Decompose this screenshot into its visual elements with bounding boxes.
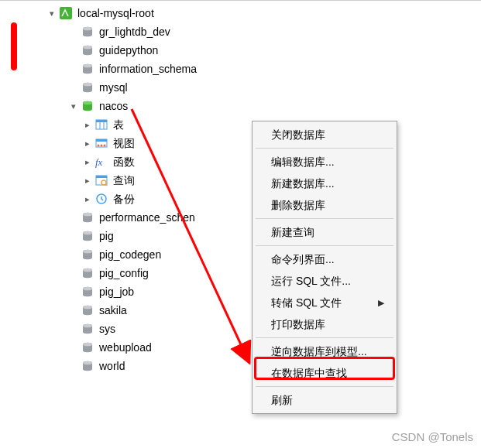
menu-cmd-line[interactable]: 命令列界面...: [254, 248, 395, 270]
database-icon: [81, 229, 94, 243]
db-label: gr_lightdb_dev: [99, 22, 170, 41]
tables-label: 表: [113, 115, 124, 134]
menu-run-sql[interactable]: 运行 SQL 文件...: [254, 270, 395, 292]
menu-label: 新建查询: [271, 224, 314, 240]
menu-delete-db[interactable]: 删除数据库: [254, 194, 395, 216]
menu-label: 逆向数据库到模型...: [271, 344, 367, 359]
db-node[interactable]: gr_lightdb_dev: [46, 22, 481, 41]
svg-point-41: [83, 343, 92, 347]
menu-new-query[interactable]: 新建查询: [254, 221, 395, 243]
svg-point-17: [98, 145, 100, 147]
svg-point-10: [83, 101, 92, 105]
backup-icon: [94, 192, 108, 206]
chevron-down-icon[interactable]: ▾: [46, 4, 57, 22]
menu-close-db[interactable]: 关闭数据库: [254, 124, 395, 145]
database-icon: [81, 266, 94, 280]
database-icon: [81, 210, 94, 224]
chevron-right-icon[interactable]: ▸: [82, 190, 93, 208]
menu-separator: [256, 148, 393, 149]
db-label: pig: [99, 227, 114, 245]
db-label: performance_schen: [99, 208, 195, 227]
connection-node[interactable]: ▾ local-mysql-root: [46, 4, 481, 22]
svg-point-8: [83, 83, 92, 87]
database-icon: [81, 25, 94, 39]
db-node[interactable]: guidepython: [46, 41, 481, 60]
functions-label: 函数: [113, 152, 135, 171]
context-menu: 关闭数据库 编辑数据库... 新建数据库... 删除数据库 新建查询 命令列界面…: [252, 121, 397, 414]
database-icon: [81, 248, 94, 262]
menu-label: 刷新: [271, 392, 293, 408]
menu-separator: [256, 245, 393, 246]
menu-label: 关闭数据库: [271, 127, 325, 142]
table-icon: [94, 118, 108, 132]
menu-label: 转储 SQL 文件: [271, 295, 342, 310]
menu-print-db[interactable]: 打印数据库: [254, 313, 395, 335]
menu-label: 删除数据库: [271, 197, 325, 213]
chevron-right-icon[interactable]: ▸: [82, 134, 93, 152]
svg-point-43: [83, 361, 92, 365]
database-active-icon: [81, 99, 94, 113]
db-label: guidepython: [99, 41, 158, 60]
svg-rect-0: [60, 7, 72, 19]
svg-point-37: [83, 306, 92, 309]
menu-label: 运行 SQL 文件...: [271, 273, 351, 289]
annotation-red-bar: [11, 22, 17, 70]
chevron-right-icon[interactable]: ▸: [82, 115, 93, 134]
db-label: pig_job: [99, 282, 134, 301]
database-icon: [81, 80, 94, 94]
svg-rect-22: [96, 176, 107, 178]
db-label: webupload: [99, 338, 152, 357]
menu-separator: [256, 218, 393, 219]
db-label: pig_config: [99, 264, 149, 282]
submenu-arrow-icon: ▶: [378, 295, 384, 310]
db-label: pig_codegen: [99, 245, 161, 264]
svg-point-39: [83, 324, 92, 328]
menu-label: 编辑数据库...: [271, 154, 335, 169]
db-node[interactable]: information_schema: [46, 60, 481, 78]
db-node[interactable]: mysql: [46, 78, 481, 97]
menu-separator: [256, 386, 393, 387]
views-label: 视图: [113, 134, 135, 152]
svg-point-18: [101, 145, 103, 147]
view-icon: [94, 136, 108, 150]
connection-icon: [59, 6, 73, 20]
backups-label: 备份: [113, 190, 135, 208]
function-icon: fx: [94, 155, 108, 169]
menu-label: 新建数据库...: [271, 176, 335, 191]
svg-rect-16: [96, 139, 107, 142]
svg-point-2: [83, 27, 92, 31]
menu-new-db[interactable]: 新建数据库...: [254, 173, 395, 194]
database-icon: [81, 340, 94, 354]
chevron-down-icon[interactable]: ▾: [68, 97, 79, 115]
menu-edit-db[interactable]: 编辑数据库...: [254, 151, 395, 173]
query-icon: [94, 173, 108, 187]
menu-reverse-to-model[interactable]: 逆向数据库到模型...: [254, 340, 395, 362]
menu-find-in-db[interactable]: 在数据库中查找: [254, 362, 395, 384]
chevron-right-icon[interactable]: ▸: [82, 152, 93, 171]
menu-dump-sql[interactable]: 转储 SQL 文件▶: [254, 292, 395, 313]
db-label: sakila: [99, 301, 127, 320]
database-icon: [81, 359, 94, 373]
svg-point-35: [83, 287, 92, 291]
svg-point-19: [104, 145, 106, 147]
connection-label: local-mysql-root: [77, 4, 154, 22]
svg-point-33: [83, 268, 92, 272]
db-label: sys: [99, 320, 115, 338]
menu-label: 在数据库中查找: [271, 365, 347, 381]
menu-refresh[interactable]: 刷新: [254, 389, 395, 411]
db-node-nacos[interactable]: ▾ nacos: [46, 97, 481, 115]
watermark: CSDN @Tonels: [392, 430, 473, 443]
database-icon: [81, 285, 94, 299]
menu-separator: [256, 337, 393, 338]
db-label: nacos: [99, 97, 128, 115]
svg-point-31: [83, 250, 92, 254]
db-label: mysql: [99, 78, 128, 97]
svg-point-6: [83, 64, 92, 68]
object-tree: ▾ local-mysql-root gr_lightdb_dev guidep…: [0, 1, 481, 375]
svg-point-27: [83, 213, 92, 217]
chevron-right-icon[interactable]: ▸: [82, 171, 93, 190]
menu-label: 打印数据库: [271, 316, 325, 332]
database-icon: [81, 322, 94, 336]
svg-text:fx: fx: [95, 156, 103, 168]
svg-point-4: [83, 46, 92, 50]
